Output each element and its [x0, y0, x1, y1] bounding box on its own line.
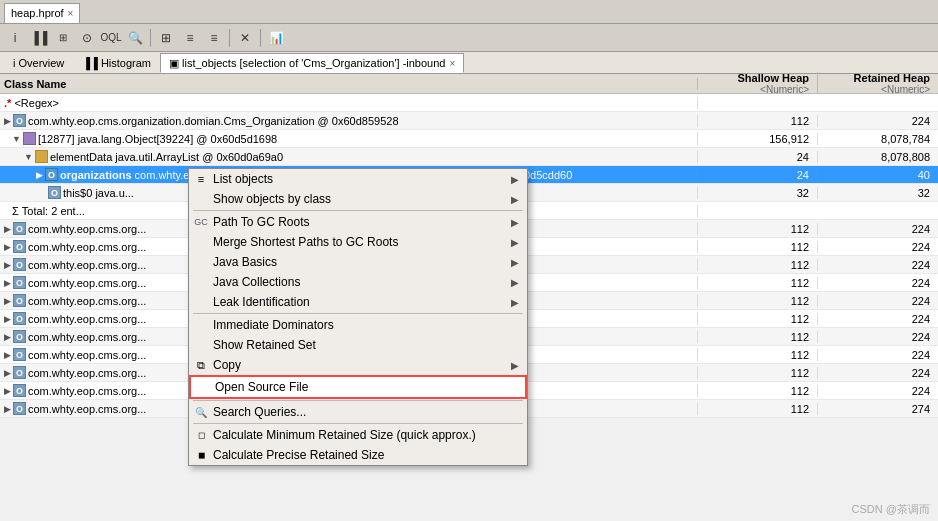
list-objects-close[interactable]: ×	[449, 58, 455, 69]
cell-retained: 224	[818, 313, 938, 325]
context-menu: ≡ List objects ▶ Show objects by class ▶…	[188, 168, 528, 466]
cell-retained: 32	[818, 187, 938, 199]
list-icon: ≡	[193, 171, 209, 187]
sep1	[150, 29, 151, 47]
cell-retained: 224	[818, 349, 938, 361]
cell-shallow: 112	[698, 367, 818, 379]
regex-icon: .*	[4, 97, 11, 109]
tab-list-objects-label: list_objects [selection of 'Cms_Organiza…	[182, 57, 445, 69]
sep2	[229, 29, 230, 47]
tab-overview-label: Overview	[18, 57, 64, 69]
copy-icon: ⧉	[193, 357, 209, 373]
ctx-search-queries[interactable]: 🔍 Search Queries...	[189, 402, 527, 422]
table-body: .* <Regex> ▶ O com.whty.eop.cms.organiza…	[0, 94, 938, 521]
cell-retained: 224	[818, 277, 938, 289]
tab-histogram-label: Histogram	[101, 57, 151, 69]
ctx-calc-min[interactable]: ◻ Calculate Minimum Retained Size (quick…	[189, 425, 527, 445]
class-name-label: Class Name	[4, 78, 66, 90]
table-row[interactable]: ▼ [12877] java.lang.Object[39224] @ 0x60…	[0, 130, 938, 148]
ctx-arrow: ▶	[511, 257, 519, 268]
ctx-separator	[193, 423, 523, 424]
cell-class-name: ▼ elementData java.util.ArrayList @ 0x60…	[0, 150, 698, 163]
ctx-java-collections[interactable]: Java Collections ▶	[189, 272, 527, 292]
cell-shallow: 112	[698, 223, 818, 235]
tab-overview[interactable]: i Overview	[4, 53, 73, 73]
cell-shallow: 112	[698, 385, 818, 397]
ctx-open-source-file[interactable]: Open Source File	[189, 375, 527, 399]
ctx-retained-set-label: Show Retained Set	[213, 338, 316, 352]
heap-tab-close[interactable]: ×	[68, 8, 74, 19]
table-row[interactable]: ▶ O com.whty.eop.cms.organization.domian…	[0, 112, 938, 130]
ctx-dominators-label: Immediate Dominators	[213, 318, 334, 332]
watermark-text: CSDN @茶调而	[852, 503, 930, 515]
ctx-leak-id[interactable]: Leak Identification ▶	[189, 292, 527, 312]
ctx-separator	[193, 400, 523, 401]
ctx-arrow: ▶	[511, 194, 519, 205]
oql-btn[interactable]: OQL	[100, 27, 122, 49]
cell-shallow: 112	[698, 403, 818, 415]
calc-icon: ◻	[193, 427, 209, 443]
histogram-btn[interactable]: ▐▐	[28, 27, 50, 49]
ctx-arrow: ▶	[511, 174, 519, 185]
heap-tab[interactable]: heap.hprof ×	[4, 3, 80, 23]
cell-retained: 8,078,808	[818, 151, 938, 163]
cell-shallow: 112	[698, 331, 818, 343]
arr-icon	[23, 132, 36, 145]
tab-list-objects[interactable]: ▣ list_objects [selection of 'Cms_Organi…	[160, 53, 464, 73]
expand-icon[interactable]: ▶	[36, 170, 43, 180]
ctx-gc-roots-label: Path To GC Roots	[213, 215, 310, 229]
cell-shallow: 112	[698, 295, 818, 307]
ctx-gc-roots[interactable]: GC Path To GC Roots ▶	[189, 212, 527, 232]
ctx-merge-paths[interactable]: Merge Shortest Paths to GC Roots ▶	[189, 232, 527, 252]
info-btn[interactable]: i	[4, 27, 26, 49]
ctx-arrow: ▶	[511, 217, 519, 228]
heap-tab-label: heap.hprof	[11, 7, 64, 19]
ctx-retained-set[interactable]: Show Retained Set	[189, 335, 527, 355]
ctx-calc-precise[interactable]: ◼ Calculate Precise Retained Size	[189, 445, 527, 465]
search-btn[interactable]: 🔍	[124, 27, 146, 49]
ctx-java-basics[interactable]: Java Basics ▶	[189, 252, 527, 272]
watermark: CSDN @茶调而	[852, 502, 930, 517]
ctx-copy[interactable]: ⧉ Copy ▶	[189, 355, 527, 375]
top-tab-bar: heap.hprof ×	[0, 0, 938, 24]
cell-retained: 224	[818, 367, 938, 379]
ctx-list-objects[interactable]: ≡ List objects ▶	[189, 169, 527, 189]
cell-class-name: ▶ O com.whty.eop.cms.organization.domian…	[0, 114, 698, 127]
cell-shallow: 156,912	[698, 133, 818, 145]
expand-icon[interactable]: ▶	[4, 116, 11, 126]
obj-icon: O	[45, 168, 58, 181]
ctx-show-objects[interactable]: Show objects by class ▶	[189, 189, 527, 209]
calc-precise-icon: ◼	[193, 447, 209, 463]
col-shallow-heap: Shallow Heap <Numeric>	[698, 72, 818, 95]
cell-retained: 8,078,784	[818, 133, 938, 145]
cell-retained: 224	[818, 295, 938, 307]
nav-btn1[interactable]: ≡	[179, 27, 201, 49]
ctx-arrow: ▶	[511, 277, 519, 288]
cell-shallow: 112	[698, 259, 818, 271]
collapse-icon[interactable]: ▼	[12, 134, 21, 144]
retained-heap-label: Retained Heap	[818, 72, 930, 84]
close-all-btn[interactable]: ✕	[234, 27, 256, 49]
cell-retained: 224	[818, 241, 938, 253]
table-row[interactable]: ▼ elementData java.util.ArrayList @ 0x60…	[0, 148, 938, 166]
ctx-dominators[interactable]: Immediate Dominators	[189, 315, 527, 335]
cell-shallow: 32	[698, 187, 818, 199]
nav-btn2[interactable]: ≡	[203, 27, 225, 49]
gc-icon: GC	[193, 214, 209, 230]
cell-shallow: 112	[698, 277, 818, 289]
overview-icon: i	[13, 57, 15, 69]
threads-btn[interactable]: ⊙	[76, 27, 98, 49]
table-row[interactable]: .* <Regex>	[0, 94, 938, 112]
ctx-calc-min-label: Calculate Minimum Retained Size (quick a…	[213, 428, 476, 442]
cell-class-name: ▼ [12877] java.lang.Object[39224] @ 0x60…	[0, 132, 698, 145]
collapse-icon[interactable]: ▼	[24, 152, 33, 162]
tab-histogram[interactable]: ▐▐ Histogram	[73, 53, 160, 73]
dominator-btn[interactable]: ⊞	[52, 27, 74, 49]
cell-shallow: 112	[698, 115, 818, 127]
layout-btn[interactable]: ⊞	[155, 27, 177, 49]
ctx-separator	[193, 313, 523, 314]
shallow-heap-label: Shallow Heap	[698, 72, 809, 84]
ctx-merge-paths-label: Merge Shortest Paths to GC Roots	[213, 235, 398, 249]
chart-btn[interactable]: 📊	[265, 27, 287, 49]
cell-class-name: .* <Regex>	[0, 97, 698, 109]
